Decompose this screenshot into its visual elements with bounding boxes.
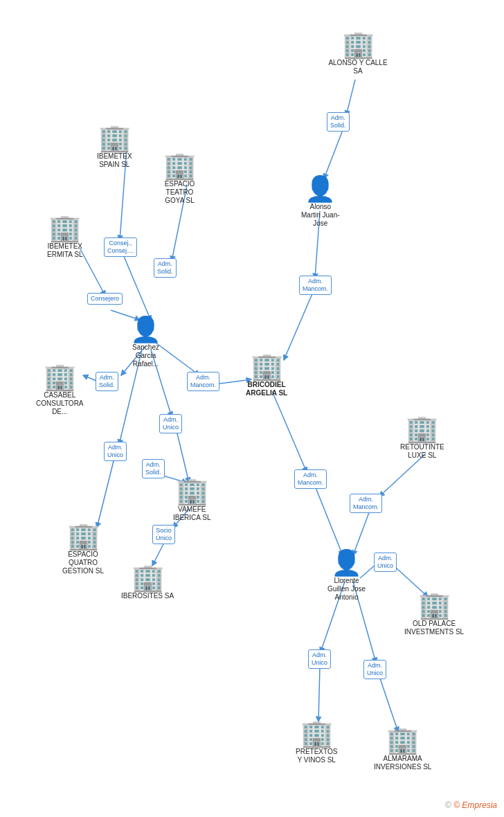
badge-adm-solid-2: Adm.Solid. [154, 258, 177, 278]
node-almarama: 🏢 ALMARAMAINVERSIONES SL [374, 727, 431, 771]
person-icon: 👤 [130, 317, 161, 342]
svg-line-21 [315, 486, 343, 555]
node-label: OLD PALACEINVESTMENTS SL [404, 620, 464, 636]
node-llorente: 👤 LlorenteGuillen JoseAntonio [327, 550, 366, 602]
svg-line-7 [80, 248, 105, 296]
badge-adm-unico-2: Adm.Unico [104, 442, 127, 461]
svg-line-19 [152, 541, 165, 566]
node-vamefe: 🏢 VAMEFEIBERICA SL [173, 478, 210, 522]
building-icon: 🏢 [132, 564, 164, 591]
svg-line-0 [346, 80, 355, 116]
building-icon: 🏢 [386, 727, 419, 753]
svg-line-11 [156, 343, 199, 375]
svg-line-6 [123, 255, 151, 321]
node-label: ESPACIOTEATROGOYA SL [165, 180, 195, 205]
node-alonso-martin: 👤 AlonsoMartin Juan-Jose [301, 177, 340, 228]
building-icon: 🏢 [48, 215, 81, 241]
badge-socio-unico: SocioÚnico [152, 525, 175, 544]
building-icon: 🏢 [176, 478, 208, 504]
badge-adm-mancom-3: Adm.Mancom. [294, 469, 327, 489]
watermark: © © Empresia [445, 800, 497, 810]
node-label: IBEMETEXSPAIN SL [97, 152, 132, 169]
building-icon: 🏢 [300, 720, 333, 746]
node-sanchez-garcia: 👤 SanchezGarciaRafael... [130, 317, 161, 368]
building-icon: 🏢 [98, 125, 131, 151]
badge-consejero: Consejero [87, 293, 123, 305]
building-icon: 🏢 [67, 523, 100, 549]
node-alonso-calle: 🏢 ALONSO Y CALLE SA [327, 31, 389, 75]
svg-line-22 [379, 454, 426, 496]
badge-adm-mancom-1: Adm.Mancom. [299, 276, 332, 295]
node-casabel: 🏢 CASABELCONSULTORADE... [36, 363, 84, 416]
badge-adm-unico-3: Adm.Unico [374, 553, 397, 572]
svg-line-14 [177, 431, 189, 483]
badge-adm-mancom-4: Adm.Mancom. [350, 494, 382, 513]
person-icon: 👤 [305, 177, 336, 201]
badge-adm-unico-1: Adm.Unico [159, 414, 182, 433]
node-label: RETOUTINTELUXE SL [400, 443, 444, 460]
badge-adm-solid-4: Adm.Solid. [142, 459, 165, 478]
badge-adm-unico-5: Adm.Unico [363, 660, 386, 679]
svg-line-16 [97, 458, 114, 528]
node-label: ALMARAMAINVERSIONES SL [374, 755, 431, 771]
node-label: VAMEFEIBERICA SL [173, 505, 210, 522]
node-pretextos: 🏢 PRETEXTOSY VINOS SL [296, 720, 337, 764]
person-icon: 👤 [331, 550, 362, 575]
node-label: LlorenteGuillen JoseAntonio [327, 577, 366, 602]
badge-adm-mancom-2: Adm.Mancom. [187, 372, 219, 391]
badge-adm-solid-3: Adm.Solid. [96, 372, 118, 391]
node-bricodiel: 🏢 BRICODIELARGELIA SL [246, 353, 287, 397]
node-label: AlonsoMartin Juan-Jose [301, 203, 340, 228]
building-icon: 🏢 [44, 363, 76, 390]
node-label: SanchezGarciaRafael... [132, 343, 159, 368]
svg-line-20 [272, 391, 307, 472]
node-espacio-teatro: 🏢 ESPACIOTEATROGOYA SL [163, 152, 196, 205]
svg-line-29 [379, 676, 398, 732]
node-iberosites: 🏢 IBEROSITES SA [121, 564, 174, 600]
badge-adm-solid-1: Adm.Solid. [327, 112, 350, 132]
svg-line-1 [324, 130, 343, 179]
building-icon: 🏢 [163, 152, 196, 179]
node-label: ALONSO Y CALLE SA [327, 59, 389, 75]
badge-adm-unico-4: Adm.Unico [308, 649, 331, 669]
node-ibemetex-ermita: 🏢 IBEMETEXERMITA SL [47, 215, 83, 259]
node-label: CASABELCONSULTORADE... [36, 391, 84, 416]
building-icon-highlight: 🏢 [251, 353, 283, 379]
node-label: IBEROSITES SA [121, 592, 174, 600]
node-label: ESPACIOQUATROGESTION SL [62, 550, 104, 575]
building-icon: 🏢 [406, 415, 438, 442]
node-label: BRICODIELARGELIA SL [246, 381, 287, 397]
svg-line-27 [318, 666, 320, 721]
building-icon: 🏢 [342, 31, 375, 57]
node-old-palace: 🏢 OLD PALACEINVESTMENTS SL [404, 592, 464, 636]
node-retoutinte: 🏢 RETOUTINTELUXE SL [400, 415, 444, 460]
node-espacio-quatro: 🏢 ESPACIOQUATROGESTION SL [62, 523, 104, 575]
node-label: PRETEXTOSY VINOS SL [296, 748, 337, 764]
diagram: 🏢 ALONSO Y CALLE SA 👤 AlonsoMartin Juan-… [0, 0, 504, 817]
svg-line-3 [284, 292, 313, 360]
badge-consej: Consej.,Consej.... [104, 237, 137, 257]
node-ibemetex-spain: 🏢 IBEMETEXSPAIN SL [97, 125, 132, 169]
node-label: IBEMETEXERMITA SL [47, 242, 83, 259]
building-icon: 🏢 [418, 592, 451, 618]
